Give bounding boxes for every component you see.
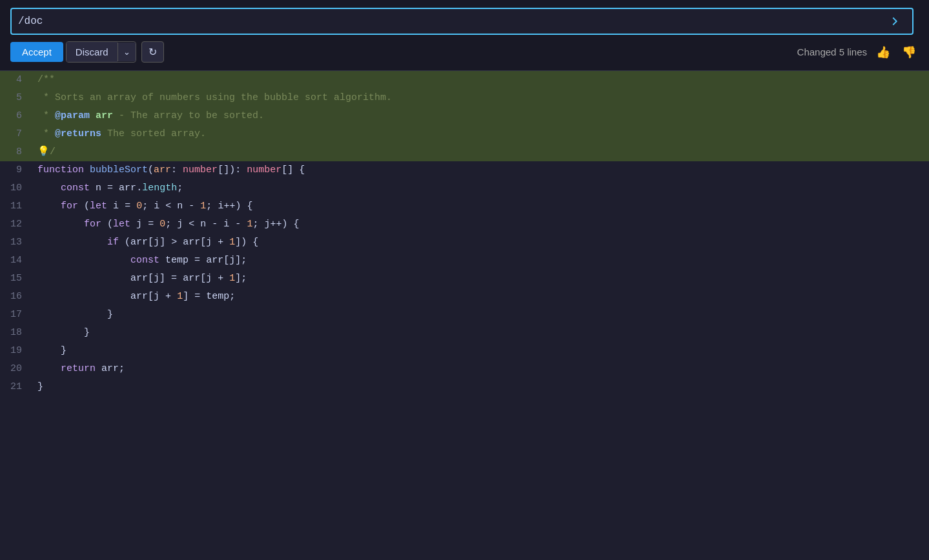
changed-lines-info: Changed 5 lines 👍 👎 <box>797 44 919 61</box>
thumbs-down-button[interactable]: 👎 <box>899 44 919 61</box>
line-content: * @returns The sorted array. <box>32 125 929 143</box>
line-number: 12 <box>0 215 32 234</box>
line-content: 💡/ <box>32 143 929 161</box>
line-content: if (arr[j] > arr[j + 1]) { <box>32 234 929 252</box>
line-number: 11 <box>0 197 32 215</box>
line-number: 21 <box>0 378 32 396</box>
line-content: } <box>32 306 929 324</box>
discard-chevron-button[interactable]: ⌄ <box>117 43 136 61</box>
line-number: 14 <box>0 252 32 270</box>
line-number: 6 <box>0 107 32 125</box>
line-content: arr[j] = arr[j + 1]; <box>32 270 929 288</box>
line-content: /** <box>32 71 929 89</box>
line-content: const temp = arr[j]; <box>32 252 929 270</box>
line-number: 19 <box>0 342 32 360</box>
line-content: * @param arr - The array to be sorted. <box>32 107 929 125</box>
line-number: 4 <box>0 71 32 89</box>
command-input[interactable] <box>18 15 884 27</box>
code-area: 4/**5 * Sorts an array of numbers using … <box>0 71 929 560</box>
discard-button[interactable]: Discard <box>66 42 117 62</box>
changed-lines-text: Changed 5 lines <box>797 46 867 57</box>
line-content: for (let j = 0; j < n - i - 1; j++) { <box>32 215 929 234</box>
line-number: 15 <box>0 270 32 288</box>
action-row: Accept Discard ⌄ ↻ Changed 5 lines 👍 👎 <box>10 41 919 63</box>
line-content: * Sorts an array of numbers using the bu… <box>32 89 929 107</box>
input-row <box>10 8 919 35</box>
line-number: 8 <box>0 143 32 161</box>
thumbs-up-button[interactable]: 👍 <box>873 44 893 61</box>
line-number: 5 <box>0 89 32 107</box>
line-number: 20 <box>0 360 32 378</box>
send-button[interactable] <box>884 13 906 30</box>
top-bar: Accept Discard ⌄ ↻ Changed 5 lines 👍 👎 <box>0 0 929 71</box>
refresh-button[interactable]: ↻ <box>141 41 164 63</box>
line-content: arr[j + 1] = temp; <box>32 288 929 306</box>
line-content: return arr; <box>32 360 929 378</box>
line-number: 13 <box>0 234 32 252</box>
line-content: } <box>32 324 929 342</box>
discard-btn-wrapper: Discard ⌄ <box>66 41 136 63</box>
line-number: 10 <box>0 179 32 197</box>
line-content: const n = arr.length; <box>32 179 929 197</box>
code-table: 4/**5 * Sorts an array of numbers using … <box>0 71 929 396</box>
line-content: for (let i = 0; i < n - 1; i++) { <box>32 197 929 215</box>
line-content: } <box>32 378 929 396</box>
accept-button[interactable]: Accept <box>10 42 63 62</box>
line-number: 7 <box>0 125 32 143</box>
command-input-wrapper <box>10 8 914 35</box>
line-number: 9 <box>0 161 32 179</box>
line-number: 16 <box>0 288 32 306</box>
line-number: 17 <box>0 306 32 324</box>
line-content: } <box>32 342 929 360</box>
line-number: 18 <box>0 324 32 342</box>
line-content: function bubbleSort(arr: number[]): numb… <box>32 161 929 179</box>
